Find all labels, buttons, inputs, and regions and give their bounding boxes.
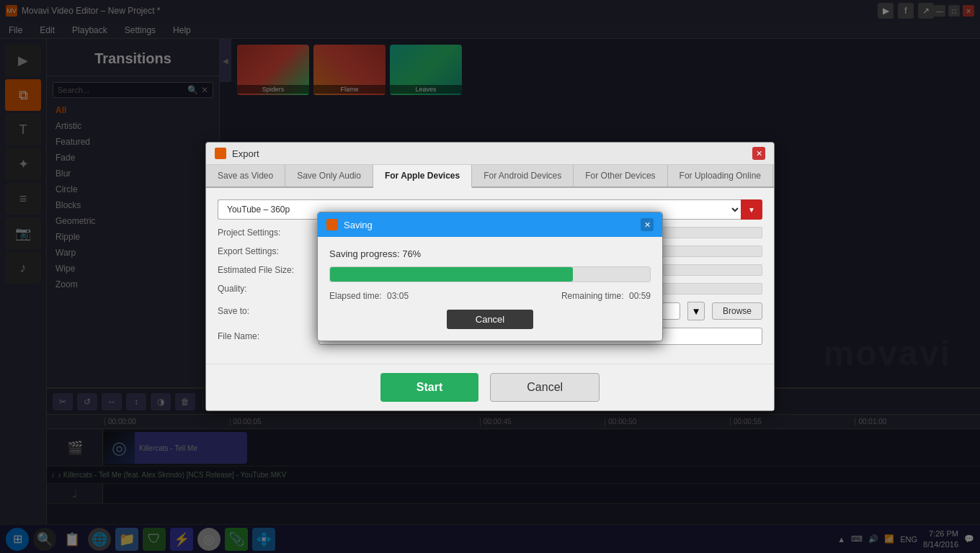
elapsed-label: Elapsed time: xyxy=(329,291,382,301)
save-to-label: Save to: xyxy=(218,306,311,316)
tab-upload[interactable]: For Uploading Online xyxy=(668,165,773,186)
quality-label: Quality: xyxy=(218,284,311,294)
saving-title-label: Saving xyxy=(344,220,373,230)
saving-cancel-button[interactable]: Cancel xyxy=(447,310,533,329)
saving-times: Elapsed time: 03:05 Remaining time: 00:5… xyxy=(329,291,651,301)
saving-title-bar: Saving ✕ xyxy=(318,212,662,237)
remaining-value: 00:59 xyxy=(629,291,651,301)
saving-progress-text: Saving progress: 76% xyxy=(329,248,651,259)
dialog-overlay: Export ✕ Save as Video Save Only Audio F… xyxy=(0,0,980,553)
file-size-label: Estimated File Size: xyxy=(218,265,311,275)
tab-other[interactable]: For Other Devices xyxy=(574,165,667,186)
tab-save-audio[interactable]: Save Only Audio xyxy=(285,165,373,186)
elapsed-info: Elapsed time: 03:05 xyxy=(329,291,409,301)
export-tabs: Save as Video Save Only Audio For Apple … xyxy=(206,165,774,188)
project-settings-label: Project Settings: xyxy=(218,228,311,238)
tab-save-video[interactable]: Save as Video xyxy=(206,165,285,186)
export-close-button[interactable]: ✕ xyxy=(752,147,765,160)
saving-close-button[interactable]: ✕ xyxy=(641,218,654,231)
remaining-label: Remaining time: xyxy=(561,291,624,301)
export-settings-label: Export Settings: xyxy=(218,246,311,256)
export-dialog-title: Export xyxy=(232,148,259,159)
preset-dropdown-arrow[interactable]: ▼ xyxy=(741,199,762,220)
progress-bar-fill xyxy=(330,267,573,282)
saving-body: Saving progress: 76% Elapsed time: 03:05… xyxy=(318,237,662,341)
file-name-label: File Name: xyxy=(218,331,311,341)
save-to-dropdown[interactable]: ▼ xyxy=(687,302,705,320)
export-actions: Start Cancel xyxy=(206,364,774,410)
remaining-info: Remaining time: 00:59 xyxy=(561,291,651,301)
elapsed-value: 03:05 xyxy=(387,291,409,301)
progress-bar xyxy=(329,266,651,282)
tab-apple[interactable]: For Apple Devices xyxy=(373,165,472,188)
browse-button[interactable]: Browse xyxy=(712,302,762,320)
saving-dialog: Saving ✕ Saving progress: 76% Elapsed ti… xyxy=(317,212,663,341)
tab-android[interactable]: For Android Devices xyxy=(472,165,574,186)
cancel-export-button[interactable]: Cancel xyxy=(490,373,600,402)
start-button[interactable]: Start xyxy=(380,373,478,402)
export-dialog-icon xyxy=(215,148,226,159)
export-dialog-title-bar: Export ✕ xyxy=(206,143,774,165)
saving-icon xyxy=(326,219,338,230)
